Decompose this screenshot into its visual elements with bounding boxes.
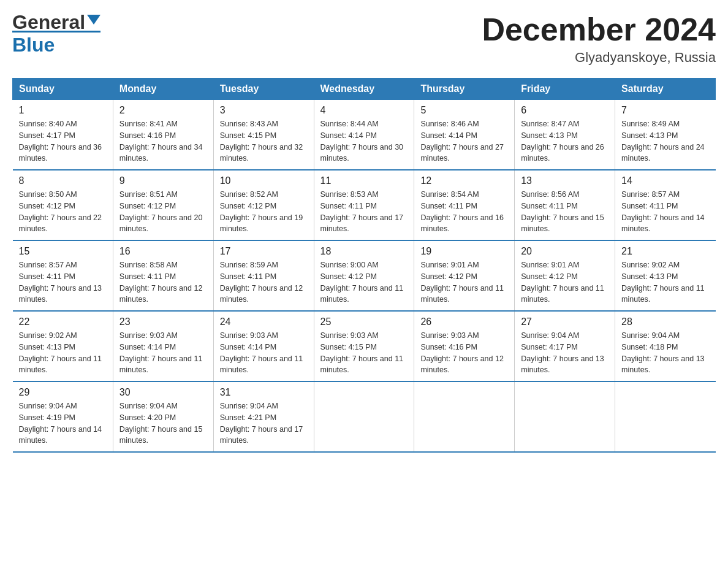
header-row: SundayMondayTuesdayWednesdayThursdayFrid… bbox=[13, 79, 716, 100]
month-title: December 2024 bbox=[482, 12, 716, 47]
day-info: Sunrise: 9:04 AMSunset: 4:19 PMDaylight:… bbox=[19, 400, 107, 446]
day-number: 9 bbox=[119, 175, 207, 186]
day-info: Sunrise: 9:03 AMSunset: 4:15 PMDaylight:… bbox=[320, 330, 408, 376]
day-info: Sunrise: 8:50 AMSunset: 4:12 PMDaylight:… bbox=[19, 189, 107, 235]
day-cell: 11Sunrise: 8:53 AMSunset: 4:11 PMDayligh… bbox=[314, 170, 414, 240]
day-cell: 16Sunrise: 8:58 AMSunset: 4:11 PMDayligh… bbox=[113, 240, 213, 311]
day-info: Sunrise: 8:44 AMSunset: 4:14 PMDaylight:… bbox=[320, 118, 408, 164]
day-cell: 18Sunrise: 9:00 AMSunset: 4:12 PMDayligh… bbox=[314, 240, 414, 311]
svg-marker-0 bbox=[87, 15, 100, 25]
day-info: Sunrise: 9:04 AMSunset: 4:17 PMDaylight:… bbox=[521, 330, 609, 376]
calendar-header: SundayMondayTuesdayWednesdayThursdayFrid… bbox=[13, 79, 716, 100]
day-number: 5 bbox=[420, 105, 508, 116]
calendar-body: 1Sunrise: 8:40 AMSunset: 4:17 PMDaylight… bbox=[13, 100, 716, 453]
day-info: Sunrise: 9:01 AMSunset: 4:12 PMDaylight:… bbox=[521, 259, 609, 305]
day-info: Sunrise: 8:52 AMSunset: 4:12 PMDaylight:… bbox=[220, 189, 308, 235]
day-cell: 19Sunrise: 9:01 AMSunset: 4:12 PMDayligh… bbox=[414, 240, 515, 311]
day-number: 21 bbox=[621, 246, 709, 257]
day-of-week-thursday: Thursday bbox=[414, 79, 515, 100]
week-row-3: 15Sunrise: 8:57 AMSunset: 4:11 PMDayligh… bbox=[13, 240, 716, 311]
week-row-5: 29Sunrise: 9:04 AMSunset: 4:19 PMDayligh… bbox=[13, 381, 716, 452]
day-cell: 23Sunrise: 9:03 AMSunset: 4:14 PMDayligh… bbox=[113, 311, 213, 381]
calendar-table: SundayMondayTuesdayWednesdayThursdayFrid… bbox=[12, 78, 716, 453]
title-area: December 2024 Glyadyanskoye, Russia bbox=[482, 12, 716, 66]
day-info: Sunrise: 8:46 AMSunset: 4:14 PMDaylight:… bbox=[420, 118, 508, 164]
day-cell: 15Sunrise: 8:57 AMSunset: 4:11 PMDayligh… bbox=[13, 240, 113, 311]
day-info: Sunrise: 9:03 AMSunset: 4:14 PMDaylight:… bbox=[220, 330, 308, 376]
day-cell: 9Sunrise: 8:51 AMSunset: 4:12 PMDaylight… bbox=[113, 170, 213, 240]
day-cell: 13Sunrise: 8:56 AMSunset: 4:11 PMDayligh… bbox=[515, 170, 615, 240]
day-cell: 29Sunrise: 9:04 AMSunset: 4:19 PMDayligh… bbox=[13, 381, 113, 452]
day-cell: 26Sunrise: 9:03 AMSunset: 4:16 PMDayligh… bbox=[414, 311, 515, 381]
day-cell: 31Sunrise: 9:04 AMSunset: 4:21 PMDayligh… bbox=[213, 381, 314, 452]
day-cell: 8Sunrise: 8:50 AMSunset: 4:12 PMDaylight… bbox=[13, 170, 113, 240]
day-info: Sunrise: 8:47 AMSunset: 4:13 PMDaylight:… bbox=[521, 118, 609, 164]
day-info: Sunrise: 8:43 AMSunset: 4:15 PMDaylight:… bbox=[220, 118, 308, 164]
day-number: 24 bbox=[220, 316, 308, 327]
day-info: Sunrise: 8:58 AMSunset: 4:11 PMDaylight:… bbox=[119, 259, 207, 305]
day-number: 26 bbox=[420, 316, 508, 327]
day-info: Sunrise: 8:57 AMSunset: 4:11 PMDaylight:… bbox=[621, 189, 709, 235]
day-cell: 30Sunrise: 9:04 AMSunset: 4:20 PMDayligh… bbox=[113, 381, 213, 452]
day-number: 16 bbox=[119, 246, 207, 257]
day-cell: 27Sunrise: 9:04 AMSunset: 4:17 PMDayligh… bbox=[515, 311, 615, 381]
day-of-week-tuesday: Tuesday bbox=[213, 79, 314, 100]
week-row-4: 22Sunrise: 9:02 AMSunset: 4:13 PMDayligh… bbox=[13, 311, 716, 381]
day-cell: 17Sunrise: 8:59 AMSunset: 4:11 PMDayligh… bbox=[213, 240, 314, 311]
day-number: 29 bbox=[19, 387, 107, 398]
day-number: 17 bbox=[220, 246, 308, 257]
day-of-week-sunday: Sunday bbox=[13, 79, 113, 100]
day-info: Sunrise: 8:40 AMSunset: 4:17 PMDaylight:… bbox=[19, 118, 107, 164]
day-number: 8 bbox=[19, 175, 107, 186]
day-number: 27 bbox=[521, 316, 609, 327]
day-info: Sunrise: 8:54 AMSunset: 4:11 PMDaylight:… bbox=[420, 189, 508, 235]
day-cell bbox=[314, 381, 414, 452]
day-info: Sunrise: 8:53 AMSunset: 4:11 PMDaylight:… bbox=[320, 189, 408, 235]
day-cell: 10Sunrise: 8:52 AMSunset: 4:12 PMDayligh… bbox=[213, 170, 314, 240]
logo-general: General bbox=[12, 12, 85, 32]
day-number: 3 bbox=[220, 105, 308, 116]
day-number: 10 bbox=[220, 175, 308, 186]
day-number: 4 bbox=[320, 105, 408, 116]
day-info: Sunrise: 8:59 AMSunset: 4:11 PMDaylight:… bbox=[220, 259, 308, 305]
day-info: Sunrise: 9:04 AMSunset: 4:18 PMDaylight:… bbox=[621, 330, 709, 376]
logo-main: General bbox=[12, 12, 100, 32]
day-of-week-wednesday: Wednesday bbox=[314, 79, 414, 100]
day-cell: 28Sunrise: 9:04 AMSunset: 4:18 PMDayligh… bbox=[615, 311, 716, 381]
day-number: 19 bbox=[420, 246, 508, 257]
day-number: 11 bbox=[320, 175, 408, 186]
day-number: 1 bbox=[19, 105, 107, 116]
day-cell: 2Sunrise: 8:41 AMSunset: 4:16 PMDaylight… bbox=[113, 100, 213, 170]
page-header: General Blue December 2024 Glyadyanskoye… bbox=[12, 12, 716, 66]
day-number: 31 bbox=[220, 387, 308, 398]
day-number: 7 bbox=[621, 105, 709, 116]
day-cell: 20Sunrise: 9:01 AMSunset: 4:12 PMDayligh… bbox=[515, 240, 615, 311]
day-info: Sunrise: 9:03 AMSunset: 4:16 PMDaylight:… bbox=[420, 330, 508, 376]
logo-blue: Blue bbox=[12, 34, 55, 56]
day-info: Sunrise: 9:02 AMSunset: 4:13 PMDaylight:… bbox=[19, 330, 107, 376]
day-number: 13 bbox=[521, 175, 609, 186]
day-of-week-monday: Monday bbox=[113, 79, 213, 100]
week-row-2: 8Sunrise: 8:50 AMSunset: 4:12 PMDaylight… bbox=[13, 170, 716, 240]
day-info: Sunrise: 9:02 AMSunset: 4:13 PMDaylight:… bbox=[621, 259, 709, 305]
day-info: Sunrise: 9:00 AMSunset: 4:12 PMDaylight:… bbox=[320, 259, 408, 305]
day-cell: 5Sunrise: 8:46 AMSunset: 4:14 PMDaylight… bbox=[414, 100, 515, 170]
day-cell: 25Sunrise: 9:03 AMSunset: 4:15 PMDayligh… bbox=[314, 311, 414, 381]
day-cell: 7Sunrise: 8:49 AMSunset: 4:13 PMDaylight… bbox=[615, 100, 716, 170]
day-number: 6 bbox=[521, 105, 609, 116]
day-cell bbox=[515, 381, 615, 452]
day-number: 18 bbox=[320, 246, 408, 257]
day-info: Sunrise: 8:41 AMSunset: 4:16 PMDaylight:… bbox=[119, 118, 207, 164]
location: Glyadyanskoye, Russia bbox=[482, 50, 716, 66]
day-cell: 22Sunrise: 9:02 AMSunset: 4:13 PMDayligh… bbox=[13, 311, 113, 381]
day-cell bbox=[414, 381, 515, 452]
day-info: Sunrise: 8:56 AMSunset: 4:11 PMDaylight:… bbox=[521, 189, 609, 235]
day-number: 25 bbox=[320, 316, 408, 327]
day-number: 2 bbox=[119, 105, 207, 116]
day-cell: 4Sunrise: 8:44 AMSunset: 4:14 PMDaylight… bbox=[314, 100, 414, 170]
day-number: 20 bbox=[521, 246, 609, 257]
day-info: Sunrise: 9:03 AMSunset: 4:14 PMDaylight:… bbox=[119, 330, 207, 376]
day-cell: 1Sunrise: 8:40 AMSunset: 4:17 PMDaylight… bbox=[13, 100, 113, 170]
day-cell: 24Sunrise: 9:03 AMSunset: 4:14 PMDayligh… bbox=[213, 311, 314, 381]
week-row-1: 1Sunrise: 8:40 AMSunset: 4:17 PMDaylight… bbox=[13, 100, 716, 170]
